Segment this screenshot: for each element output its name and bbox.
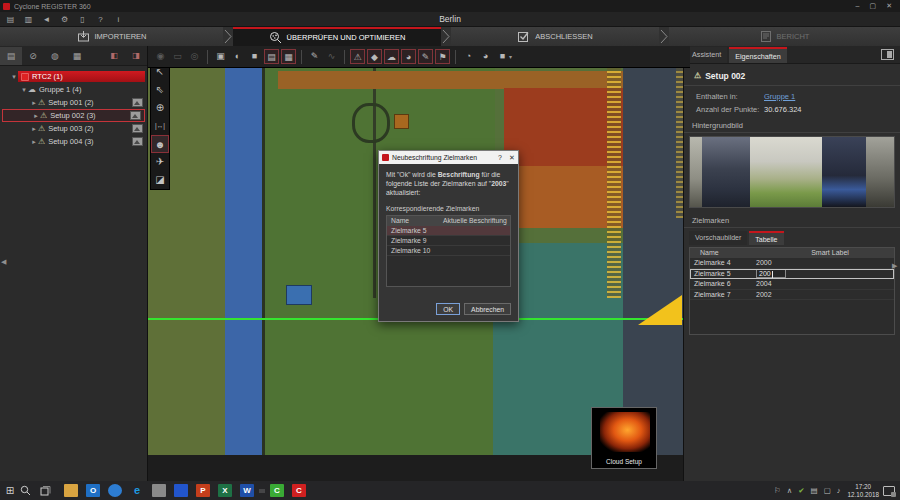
panel-layout-icon[interactable] xyxy=(881,49,894,60)
caret-icon[interactable]: ▸ xyxy=(30,125,38,133)
taskbar-red-c-icon[interactable]: C xyxy=(292,484,306,497)
caret-icon[interactable]: ▾ xyxy=(10,73,18,81)
tree-tab-web-icon[interactable]: ◍ xyxy=(44,47,66,65)
setup-image-icon[interactable] xyxy=(132,124,143,133)
add-tag-icon[interactable]: ◆ xyxy=(367,49,382,64)
table-row[interactable]: Zielmarke 10 xyxy=(387,246,510,256)
cloud-setup-thumbnail[interactable]: Cloud Setup xyxy=(591,407,657,469)
tree-filter2-icon[interactable]: ◨ xyxy=(125,47,147,65)
caret-icon[interactable]: ▾ xyxy=(20,86,28,94)
tray-security-check-icon[interactable]: ✔ xyxy=(798,486,804,495)
setup-image-icon[interactable] xyxy=(132,137,143,146)
display-mode-icon[interactable]: ■ xyxy=(495,49,510,64)
cancel-button[interactable]: Abbrechen xyxy=(464,303,511,315)
tab-bericht[interactable]: BERICHT xyxy=(669,27,900,46)
tree-item-setup-004[interactable]: ▸ ⚠ Setup 004 (3) xyxy=(0,135,147,148)
link-view-icon[interactable]: ◕ xyxy=(478,49,493,64)
contrast-icon[interactable]: ◐ xyxy=(230,49,245,64)
tab-vorschaubilder[interactable]: Vorschaubilder xyxy=(689,231,747,245)
tray-display-icon[interactable]: ▢ xyxy=(824,486,831,495)
pano-person-tool-icon[interactable]: ☻ xyxy=(151,135,169,153)
maximize-button[interactable]: ▢ xyxy=(870,2,877,10)
taskbar-edge-icon[interactable]: e xyxy=(130,484,144,497)
measure-pencil-icon[interactable]: ✎ xyxy=(307,49,322,64)
tab-ueberpruefen-und-optimieren[interactable]: ÜBERPRÜFEN UND OPTIMIEREN xyxy=(233,27,441,46)
background-image-preview[interactable] xyxy=(689,136,895,208)
tray-folder-icon[interactable]: ▤ xyxy=(811,486,818,495)
task-view-icon[interactable] xyxy=(40,485,60,496)
fly-tool-icon[interactable]: ✈ xyxy=(151,153,169,171)
table-row[interactable]: Zielmarke 9 xyxy=(387,236,510,246)
tab-abschliessen[interactable]: ABSCHLIESSEN xyxy=(451,27,659,46)
tray-hidden-icons-chevron[interactable]: ∧ xyxy=(787,486,793,495)
taskbar-excel-icon[interactable]: X xyxy=(218,484,232,497)
add-cloud-icon[interactable]: ☁ xyxy=(384,49,399,64)
minimize-button[interactable]: – xyxy=(856,2,860,9)
dialog-help-button[interactable]: ? xyxy=(494,154,506,161)
target-row[interactable]: Zielmarke 6 2004 xyxy=(690,279,894,290)
zoom-window-icon[interactable]: ▭ xyxy=(170,49,185,64)
target-row-editing[interactable]: Zielmarke 5 200 xyxy=(690,269,894,280)
taskbar-word-icon[interactable]: W xyxy=(240,484,254,497)
target-row[interactable]: Zielmarke 4 2000 xyxy=(690,258,894,269)
camera-icon[interactable]: ▣ xyxy=(213,49,228,64)
select-add-tool-icon[interactable]: ⇖ xyxy=(151,81,169,99)
taskbar-green-c-icon[interactable]: C xyxy=(270,484,284,497)
smart-label-input[interactable]: 200 xyxy=(756,269,786,278)
notification-center-icon[interactable] xyxy=(883,486,895,496)
tree-tab-media-icon[interactable]: ▦ xyxy=(66,47,88,65)
map-view-icon[interactable]: ▦ xyxy=(281,49,296,64)
eraser-tool-icon[interactable]: ◪ xyxy=(151,171,169,189)
collapse-left-panel-icon[interactable]: ◀ xyxy=(1,258,6,266)
tree-filter1-icon[interactable]: ◧ xyxy=(103,47,125,65)
dialog-close-button[interactable]: ✕ xyxy=(506,154,518,162)
zoom-fit-icon[interactable]: ◎ xyxy=(187,49,202,64)
taskbar-search-icon[interactable] xyxy=(20,485,40,496)
annotate-pencil-icon[interactable]: ✎ xyxy=(418,49,433,64)
tab-assistent[interactable]: Assistent xyxy=(686,47,727,63)
tree-tab-setups-icon[interactable]: ▤ xyxy=(0,47,22,65)
close-button[interactable]: ✕ xyxy=(886,2,892,10)
tree-item-setup-001[interactable]: ▸ ⚠ Setup 001 (2) xyxy=(0,96,147,109)
taskbar-outlook-icon[interactable]: O xyxy=(86,484,100,497)
add-target-icon[interactable]: ◕ xyxy=(401,49,416,64)
setup-image-icon[interactable] xyxy=(132,98,143,107)
caret-icon[interactable]: ▸ xyxy=(30,138,38,146)
add-warning-icon[interactable]: ⚠ xyxy=(350,49,365,64)
gruppe-link[interactable]: Gruppe 1 xyxy=(764,92,795,101)
display-mode-dropdown-icon[interactable]: ▾ xyxy=(509,53,512,60)
tree-item-setup-003[interactable]: ▸ ⚠ Setup 003 (2) xyxy=(0,122,147,135)
caret-icon[interactable]: ▸ xyxy=(32,112,40,120)
tab-importieren[interactable]: IMPORTIEREN xyxy=(0,27,223,46)
tree-item-setup-002[interactable]: ▸ ⚠ Setup 002 (3) xyxy=(2,109,145,122)
pan-tool-icon[interactable]: ⊕ xyxy=(151,99,169,117)
tray-pin-icon[interactable]: ⚐ xyxy=(774,486,781,495)
ok-button[interactable]: OK xyxy=(436,303,460,315)
setup-image-icon[interactable] xyxy=(130,111,141,120)
taskbar-clock[interactable]: 17:20 12.10.2018 xyxy=(847,483,879,499)
taskbar-powerpoint-icon[interactable]: P xyxy=(196,484,210,497)
table-row[interactable]: Zielmarke 5 xyxy=(387,226,510,236)
taskbar-remote-icon[interactable] xyxy=(152,484,166,497)
tray-volume-icon[interactable]: ♪ xyxy=(837,486,841,495)
zoom-select-icon[interactable]: ◉ xyxy=(153,49,168,64)
taskbar-explorer-icon[interactable] xyxy=(64,484,78,497)
taskbar-photos-icon[interactable] xyxy=(174,484,188,497)
tab-eigenschaften[interactable]: Eigenschaften xyxy=(729,47,787,63)
start-button-icon[interactable]: ⊞ xyxy=(0,485,20,496)
tab-tabelle[interactable]: Tabelle xyxy=(749,231,783,245)
measure-tool-icon[interactable]: |↔| xyxy=(151,117,169,135)
tree-item-gruppe[interactable]: ▾ ☁ Gruppe 1 (4) xyxy=(0,83,147,96)
tree-item-root[interactable]: ▾ RTC2 (1) xyxy=(0,70,147,83)
dialog-titlebar[interactable]: Neubeschriftung Zielmarken ? ✕ xyxy=(379,151,518,164)
expand-right-panel-icon[interactable]: ▶ xyxy=(892,262,897,270)
fill-view-icon[interactable]: ■ xyxy=(247,49,262,64)
tree-tab-links-icon[interactable]: ⊘ xyxy=(22,47,44,65)
target-row[interactable]: Zielmarke 7 2002 xyxy=(690,290,894,301)
add-location-icon[interactable]: ⚑ xyxy=(435,49,450,64)
polyline-icon[interactable]: ∿ xyxy=(324,49,339,64)
caret-icon[interactable]: ▸ xyxy=(30,99,38,107)
taskbar-cyclone-active[interactable] xyxy=(259,489,265,493)
split-view-icon[interactable]: ◔ xyxy=(461,49,476,64)
panorama-view-icon[interactable]: ▤ xyxy=(264,49,279,64)
